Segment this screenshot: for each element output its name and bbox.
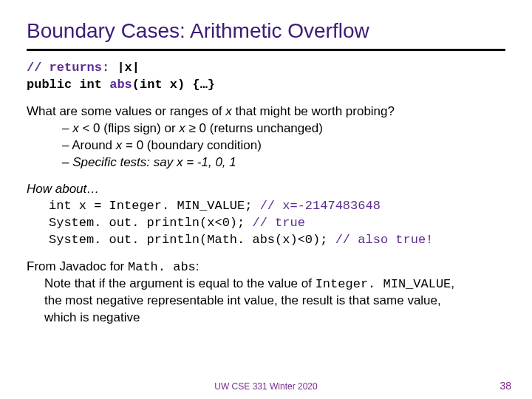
sig-pre: public int: [27, 78, 109, 92]
slide-title: Boundary Cases: Arithmetic Overflow: [27, 19, 505, 43]
bullet-3: Specific tests: say x = -1, 0, 1: [62, 154, 505, 171]
b1-x2: x: [179, 121, 185, 135]
b1-mid: < 0 (flips sign) or: [79, 121, 180, 135]
footer-center: UW CSE 331 Winter 2020: [0, 381, 532, 392]
from-pre: From Javadoc for: [27, 259, 128, 273]
note-t1: Note that if the argument is equal to th…: [44, 276, 316, 290]
code-top: // returns: |x| public int abs(int x) {……: [27, 60, 505, 94]
cb-l2: System. out. println(x<0);: [49, 216, 252, 230]
b2-pre: Around: [72, 138, 116, 152]
note-code: Integer. MIN_VALUE: [316, 277, 451, 291]
javadoc-note: Note that if the argument is equal to th…: [27, 276, 458, 327]
from-code: Math. abs: [128, 260, 196, 274]
code-block: int x = Integer. MIN_VALUE; // x=-214748…: [27, 198, 505, 249]
question-line: What are some values or ranges of x that…: [27, 104, 505, 119]
q-pre: What are some values or ranges of: [27, 104, 225, 118]
from-line: From Javadoc for Math. abs:: [27, 259, 505, 274]
q-post: that might be worth probing?: [232, 104, 395, 118]
b1-end: ≥ 0 (returns unchanged): [185, 121, 323, 135]
how-about: How about…: [27, 182, 505, 197]
cb-l3c: // also true!: [327, 233, 433, 247]
bullet-2: Around x = 0 (boundary condition): [62, 137, 505, 154]
sig-abs: abs: [109, 78, 132, 92]
cb-l1: int x = Integer. MIN_VALUE;: [49, 199, 252, 213]
from-post: :: [196, 259, 200, 273]
q-x: x: [225, 104, 232, 118]
cb-l3: System. out. println(Math. abs(x)<0);: [49, 233, 327, 247]
title-rule: [27, 49, 505, 51]
b1-x1: x: [72, 121, 79, 135]
bullet-list: x < 0 (flips sign) or x ≥ 0 (returns unc…: [27, 120, 505, 171]
cb-l2c: // true: [252, 216, 304, 230]
bullet-1: x < 0 (flips sign) or x ≥ 0 (returns unc…: [62, 120, 505, 137]
page-number: 38: [499, 380, 511, 392]
sig-post: (int x) {…}: [132, 78, 215, 92]
cb-l1c: // x=-2147483648: [252, 199, 380, 213]
b2-end: = 0 (boundary condition): [122, 138, 262, 152]
comment-x: |x|: [109, 61, 140, 75]
comment-returns: // returns:: [27, 61, 109, 75]
